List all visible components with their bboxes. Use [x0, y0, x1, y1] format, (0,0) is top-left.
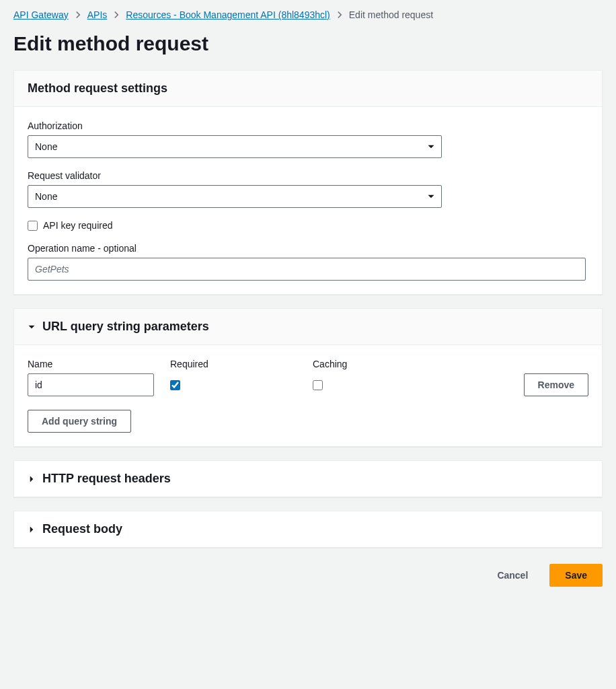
request-validator-select[interactable]: None: [28, 185, 442, 208]
cancel-button[interactable]: Cancel: [484, 564, 541, 587]
panel-title: Request body: [42, 522, 122, 536]
breadcrumb-resources[interactable]: Resources - Book Management API (8hl8493…: [126, 9, 330, 20]
authorization-value: None: [35, 141, 57, 152]
panel-title: Method request settings: [28, 81, 167, 96]
name-column-header: Name: [28, 359, 154, 369]
breadcrumb: API Gateway APIs Resources - Book Manage…: [13, 9, 603, 20]
request-validator-label: Request validator: [28, 170, 588, 181]
api-key-required-checkbox[interactable]: [28, 221, 38, 231]
breadcrumb-api-gateway[interactable]: API Gateway: [13, 9, 69, 20]
breadcrumb-current: Edit method request: [349, 9, 433, 20]
api-key-required-label: API key required: [43, 220, 113, 231]
save-button[interactable]: Save: [549, 564, 603, 587]
panel-title: HTTP request headers: [42, 472, 171, 486]
caret-right-icon: [28, 475, 36, 483]
method-request-settings-panel: Method request settings Authorization No…: [13, 70, 603, 295]
action-bar: Cancel Save: [13, 561, 603, 587]
query-param-caching-checkbox[interactable]: [313, 380, 323, 390]
panel-header-expandable[interactable]: HTTP request headers: [14, 461, 602, 497]
authorization-label: Authorization: [28, 120, 588, 131]
query-param-name-input[interactable]: [28, 373, 154, 396]
operation-name-input[interactable]: [28, 258, 586, 281]
request-validator-value: None: [35, 191, 57, 202]
chevron-right-icon: [74, 11, 82, 19]
url-query-string-parameters-panel: URL query string parameters Name Require…: [13, 308, 603, 447]
panel-header-expandable[interactable]: URL query string parameters: [14, 309, 602, 345]
panel-header-expandable[interactable]: Request body: [14, 511, 602, 547]
operation-name-label: Operation name - optional: [28, 243, 588, 254]
panel-header: Method request settings: [14, 71, 602, 107]
breadcrumb-apis[interactable]: APIs: [87, 9, 108, 20]
caret-right-icon: [28, 525, 36, 534]
authorization-select[interactable]: None: [28, 135, 442, 158]
query-param-required-checkbox[interactable]: [170, 380, 180, 390]
required-column-header: Required: [170, 359, 297, 369]
panel-title: URL query string parameters: [42, 320, 209, 334]
page-title: Edit method request: [13, 32, 603, 55]
add-query-string-button[interactable]: Add query string: [28, 410, 131, 433]
query-param-row: Name Required Caching Remove: [28, 359, 588, 396]
caching-column-header: Caching: [313, 359, 508, 369]
remove-query-param-button[interactable]: Remove: [524, 373, 588, 396]
request-body-panel: Request body: [13, 511, 603, 548]
http-request-headers-panel: HTTP request headers: [13, 460, 603, 497]
caret-down-icon: [28, 323, 36, 331]
chevron-right-icon: [112, 11, 120, 19]
chevron-right-icon: [336, 11, 344, 19]
